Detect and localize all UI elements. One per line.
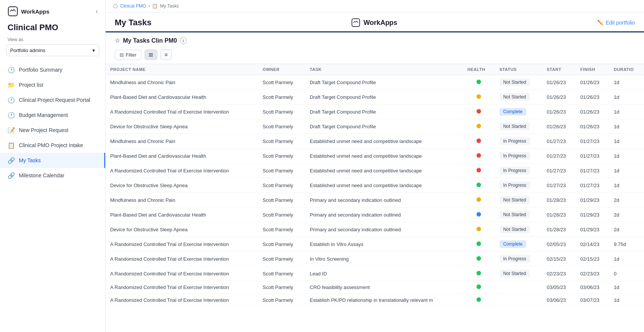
col-header-duratio: DURATIO (609, 64, 644, 75)
cell-duration: 1d (609, 105, 644, 119)
filter-button[interactable]: ⊟ Filter (115, 50, 141, 60)
breadcrumb-parent-link[interactable]: Clinical PMO (120, 3, 146, 9)
cell-duration: 1d (609, 75, 644, 90)
cell-health (463, 208, 495, 222)
cell-start: 03/06/23 (542, 294, 576, 307)
health-indicator (476, 80, 481, 84)
sidebar: WorkApps ‹ Clinical PMO View as Portfoli… (0, 0, 106, 332)
breadcrumb-current: My Tasks (160, 3, 179, 9)
status-badge: In Progress (500, 255, 530, 263)
sidebar-item-milestone-calendar[interactable]: 🔗Milestone Calendar (0, 168, 105, 183)
cell-start: 01/27/23 (542, 134, 576, 149)
sidebar-item-budget-management[interactable]: 🕐Budget Management (0, 108, 105, 123)
cell-status: Not Started (495, 208, 543, 222)
cell-duration: 1d (609, 119, 644, 134)
cell-owner: Scott Parmely (258, 266, 305, 281)
cell-status: Not Started (495, 266, 543, 281)
section-header: ☆ My Tasks Clin PM0 i (106, 32, 644, 47)
cell-finish: 01/26/23 (576, 75, 609, 90)
status-badge: Not Started (500, 226, 530, 233)
cell-task: Established unmet need and competitive l… (305, 163, 463, 178)
breadcrumb-parent-icon: ⬡ (113, 3, 118, 9)
cell-status (495, 294, 543, 307)
cell-health (463, 252, 495, 266)
table-row: Device for Obstructive Sleep Apnea Scott… (106, 178, 644, 193)
health-indicator (476, 271, 481, 275)
cell-project: Device for Obstructive Sleep Apnea (106, 178, 258, 193)
cell-duration: 1d (609, 281, 644, 294)
role-dropdown[interactable]: Portfolio admins ▾ (6, 45, 99, 56)
cell-duration: 2d (609, 222, 644, 237)
header-center-logo: WorkApps (351, 18, 397, 27)
cell-start: 01/27/23 (542, 178, 576, 193)
status-badge: In Progress (500, 137, 530, 145)
cell-finish: 02/23/23 (576, 266, 609, 281)
cell-task: Established unmet need and competitive l… (305, 149, 463, 163)
sidebar-item-my-tasks[interactable]: 🔗My Tasks (0, 153, 105, 168)
col-header-start: START (542, 64, 576, 75)
cell-finish: 01/26/23 (576, 105, 609, 119)
nav-icon-project-list: 📁 (8, 81, 15, 89)
cell-duration: 1d (609, 149, 644, 163)
status-badge (500, 300, 507, 302)
cell-duration: 0 (609, 266, 644, 281)
toolbar: ⊟ Filter ⊞ ≡ (106, 47, 644, 64)
cell-duration: 1d (609, 134, 644, 149)
edit-portfolio-button[interactable]: ✏️ Edit portfolio (597, 20, 635, 26)
sidebar-item-new-project-request[interactable]: 📝New Project Request (0, 123, 105, 138)
nav-icon-clinical-project-request-portal: 🕐 (8, 96, 15, 104)
page-header: My Tasks WorkApps ✏️ Edit portfolio (106, 12, 644, 32)
nav-label-project-list: Project list (19, 82, 43, 88)
cell-task: Primary and secondary indication outline… (305, 193, 463, 208)
cell-finish: 01/29/23 (576, 222, 609, 237)
status-badge: In Progress (500, 152, 530, 160)
cell-task: Draft Target Compound Profile (305, 90, 463, 105)
cell-task: Established unmet need and competitive l… (305, 178, 463, 193)
cell-status: Complete (495, 105, 543, 119)
cell-start: 02/23/23 (542, 266, 576, 281)
table-view-button[interactable]: ⊞ (144, 49, 157, 60)
logo-area: WorkApps (8, 6, 49, 17)
sidebar-item-project-list[interactable]: 📁Project list (0, 77, 105, 92)
cell-owner: Scott Parmely (258, 134, 305, 149)
cell-status: In Progress (495, 163, 543, 178)
cell-health (463, 193, 495, 208)
cell-task: Establish PK/PD relationship in translat… (305, 294, 463, 307)
sidebar-item-clinical-project-request-portal[interactable]: 🕐Clinical Project Request Portal (0, 92, 105, 108)
table-body: Mindfulness and Chronic Pain Scott Parme… (106, 75, 644, 307)
edit-portfolio-label: Edit portfolio (606, 20, 635, 26)
sidebar-item-clinical-pmo-project-intake[interactable]: 📋Clinical PMO Project Intake (0, 138, 105, 153)
cell-task: Draft Target Compound Profile (305, 119, 463, 134)
star-icon[interactable]: ☆ (115, 37, 120, 44)
cell-finish: 02/15/23 (576, 252, 609, 266)
cell-owner: Scott Parmely (258, 193, 305, 208)
cell-project: A Randomized Controlled Trial of Exercis… (106, 281, 258, 294)
status-badge: Complete (500, 108, 526, 115)
health-indicator (476, 227, 481, 231)
list-view-button[interactable]: ≡ (160, 49, 172, 60)
cell-task: Establish In Vitro Assays (305, 237, 463, 252)
info-icon[interactable]: i (180, 37, 187, 44)
nav-label-my-tasks: My Tasks (19, 157, 41, 163)
cell-project: A Randomized Controlled Trial of Exercis… (106, 266, 258, 281)
tasks-table: PROJECT NAMEOWNERTaskHealthSTATUSSTARTFI… (106, 64, 644, 307)
cell-owner: Scott Parmely (258, 119, 305, 134)
cell-owner: Scott Parmely (258, 163, 305, 178)
cell-project: Mindfulness and Chronic Pain (106, 134, 258, 149)
table-row: A Randomized Controlled Trial of Exercis… (106, 252, 644, 266)
cell-health (463, 149, 495, 163)
cell-project: Plant-Based Diet and Cardiovascular Heal… (106, 90, 258, 105)
collapse-sidebar-button[interactable]: ‹ (96, 8, 98, 15)
nav-label-portfolio-summary: Portfolio Summary (19, 67, 62, 73)
cell-status: Complete (495, 237, 543, 252)
cell-project: Device for Obstructive Sleep Apnea (106, 222, 258, 237)
nav-label-clinical-project-request-portal: Clinical Project Request Portal (19, 97, 90, 103)
sidebar-item-portfolio-summary[interactable]: 🕐Portfolio Summary (0, 62, 105, 77)
cell-start: 01/26/23 (542, 119, 576, 134)
nav-icon-my-tasks: 🔗 (8, 157, 15, 164)
cell-owner: Scott Parmely (258, 294, 305, 307)
cell-health (463, 294, 495, 307)
health-indicator (476, 138, 481, 143)
main-content: ⬡ Clinical PMO › 📋 My Tasks My Tasks Wor… (106, 0, 644, 332)
cell-health (463, 105, 495, 119)
